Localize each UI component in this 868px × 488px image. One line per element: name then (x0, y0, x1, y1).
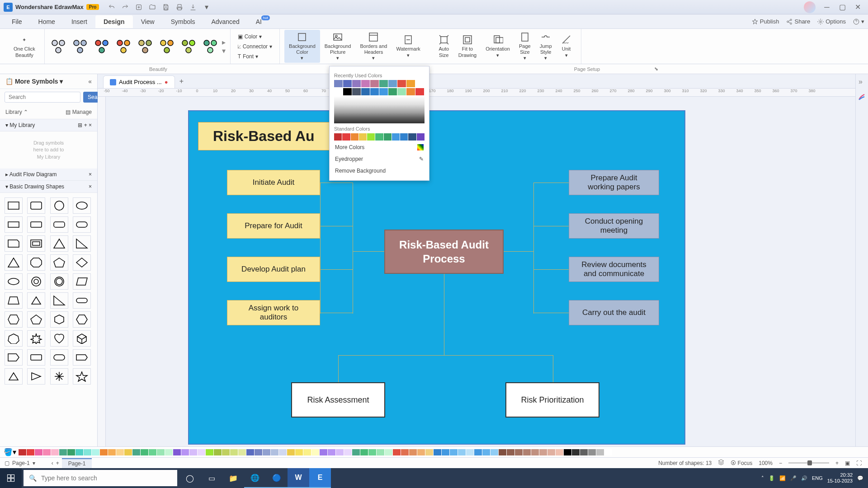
box-assessment[interactable]: Risk Assessment (291, 382, 385, 418)
ribbon-connector[interactable]: ⟀ Connector ▾ (235, 42, 275, 51)
shape-snip1[interactable] (5, 235, 23, 252)
strip-swatch[interactable] (531, 449, 539, 455)
page-prev[interactable]: ‹ (52, 460, 53, 466)
page-add[interactable]: + (56, 460, 59, 466)
publish-button[interactable]: Publish (752, 18, 779, 25)
shape-trapezoid[interactable] (5, 292, 23, 309)
options-button[interactable]: Options (817, 18, 846, 25)
color-swatch[interactable] (417, 133, 425, 141)
strip-swatch[interactable] (189, 449, 197, 455)
start-button[interactable] (0, 468, 22, 488)
strip-swatch[interactable] (246, 449, 254, 455)
menu-insert[interactable]: Insert (63, 15, 95, 28)
borders-headers-button[interactable]: Borders and Headers ▾ (356, 30, 392, 63)
pagesetup-launcher-icon[interactable]: ⬊ (654, 66, 658, 72)
zoom-slider[interactable] (788, 462, 829, 464)
shape-rect5[interactable] (73, 216, 91, 233)
strip-swatch[interactable] (344, 449, 352, 455)
strip-swatch[interactable] (491, 449, 498, 455)
close-button[interactable]: ✕ (851, 2, 864, 13)
strip-swatch[interactable] (425, 449, 433, 455)
box-develop[interactable]: Develop Audit plan (227, 257, 320, 282)
page-size-button[interactable]: Page Size ▾ (514, 30, 535, 63)
color-swatch[interactable] (334, 133, 342, 141)
color-swatch[interactable] (370, 80, 379, 87)
color-swatch[interactable] (352, 80, 361, 87)
theme-6[interactable] (158, 38, 176, 56)
menu-home[interactable]: Home (30, 15, 63, 28)
ribbon-font[interactable]: T Font ▾ (235, 52, 275, 61)
strip-swatch[interactable] (434, 449, 441, 455)
edge-icon[interactable]: 🌐 (244, 468, 266, 488)
theme-5[interactable] (136, 38, 154, 56)
color-swatch[interactable] (397, 88, 406, 95)
strip-swatch[interactable] (124, 449, 132, 455)
strip-swatch[interactable] (141, 449, 148, 455)
shape-triangle2[interactable] (73, 235, 91, 252)
menu-advanced[interactable]: Advanced (203, 15, 247, 28)
strip-swatch[interactable] (556, 449, 563, 455)
fullscreen-icon[interactable]: ⛶ (856, 460, 862, 466)
menu-view[interactable]: View (133, 15, 163, 28)
page-tab-1[interactable]: Page-1 (62, 458, 92, 468)
color-swatch[interactable] (400, 133, 408, 141)
strip-swatch[interactable] (417, 449, 425, 455)
help-button[interactable]: ▾ (853, 18, 864, 25)
strip-swatch[interactable] (572, 449, 580, 455)
shape-hex[interactable] (5, 311, 23, 328)
shape-s40[interactable] (73, 368, 91, 385)
color-swatch[interactable] (388, 80, 397, 87)
color-swatch[interactable] (406, 88, 415, 95)
strip-swatch[interactable] (43, 449, 51, 455)
color-swatch[interactable] (406, 80, 415, 87)
close-audit-icon[interactable]: × (89, 171, 92, 178)
strip-swatch[interactable] (377, 449, 384, 455)
collapse-panel-icon[interactable]: « (88, 78, 92, 85)
theme-7[interactable] (179, 38, 198, 56)
strip-swatch[interactable] (222, 449, 230, 455)
strip-swatch[interactable] (51, 449, 59, 455)
menu-symbols[interactable]: Symbols (163, 15, 203, 28)
shape-ring[interactable] (50, 273, 68, 290)
new-icon[interactable] (135, 4, 142, 11)
strip-swatch[interactable] (588, 449, 596, 455)
undo-icon[interactable] (108, 4, 115, 11)
shape-diamond[interactable] (73, 254, 91, 271)
unit-button[interactable]: Unit ▾ (557, 33, 576, 60)
shape-rect4[interactable] (50, 216, 68, 233)
strip-swatch[interactable] (442, 449, 449, 455)
color-swatch[interactable] (343, 80, 352, 87)
strip-swatch[interactable] (92, 449, 99, 455)
strip-swatch[interactable] (596, 449, 604, 455)
strip-swatch[interactable] (336, 449, 344, 455)
shape-rounded-rect[interactable] (27, 197, 45, 214)
shape-cube[interactable] (73, 330, 91, 347)
strip-swatch[interactable] (539, 449, 547, 455)
shape-s37[interactable] (5, 368, 23, 385)
battery-icon[interactable]: 🔋 (769, 475, 775, 481)
edrawmax-icon[interactable]: E (309, 468, 331, 488)
shape-hex2[interactable] (50, 311, 68, 328)
strip-swatch[interactable] (198, 449, 205, 455)
strip-swatch[interactable] (295, 449, 303, 455)
document-tab[interactable]: Audit Process ... ● (103, 75, 175, 88)
strip-swatch[interactable] (100, 449, 108, 455)
export-icon[interactable] (189, 4, 197, 11)
more-lib-icon[interactable]: + (84, 122, 87, 128)
shape-s33[interactable] (5, 349, 23, 366)
pages-dropdown-icon[interactable]: ▢ (5, 460, 9, 466)
auto-size-button[interactable]: Auto Size (434, 33, 454, 60)
strip-swatch[interactable] (27, 449, 34, 455)
strip-swatch[interactable] (564, 449, 571, 455)
strip-swatch[interactable] (482, 449, 490, 455)
zoom-in[interactable]: + (835, 460, 839, 466)
shape-s35[interactable] (50, 349, 68, 366)
theme-8[interactable] (201, 38, 219, 56)
more-colors-button[interactable]: More Colors (334, 141, 425, 153)
strip-swatch[interactable] (385, 449, 392, 455)
shape-tri4[interactable] (27, 292, 45, 309)
add-lib-icon[interactable]: ⊞ (78, 122, 82, 128)
user-avatar[interactable] (804, 1, 816, 13)
strip-swatch[interactable] (59, 449, 67, 455)
strip-swatch[interactable] (279, 449, 287, 455)
